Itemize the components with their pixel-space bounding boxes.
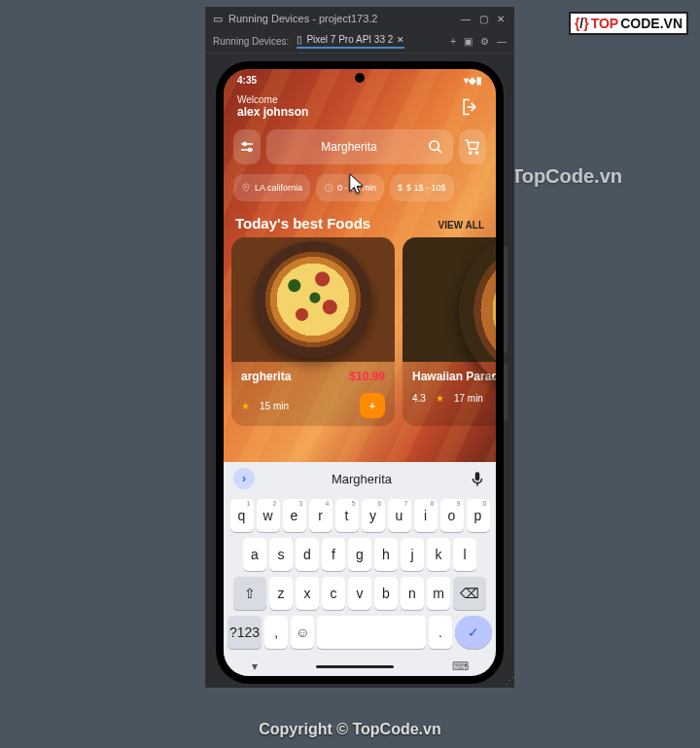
search-icon[interactable]	[428, 139, 443, 155]
key-l[interactable]: l	[453, 538, 476, 571]
key-g[interactable]: g	[348, 538, 371, 571]
logout-icon	[460, 97, 479, 117]
window-icon[interactable]: ▣	[464, 36, 472, 47]
status-icons: ▾◆▮	[464, 75, 482, 86]
nav-down-icon[interactable]: ▾	[252, 659, 258, 673]
phone-frame: 4:35 ▾◆▮ Welcome alex johnson	[216, 61, 504, 684]
search-input[interactable]	[276, 140, 422, 154]
key-y[interactable]: y6	[362, 499, 385, 532]
keyboard-toggle-icon[interactable]: ⌨	[452, 659, 469, 673]
key-i[interactable]: i8	[414, 499, 438, 532]
key-v[interactable]: v	[348, 577, 371, 610]
key-e[interactable]: e3	[283, 499, 306, 532]
phone-screen: 4:35 ▾◆▮ Welcome alex johnson	[224, 69, 496, 676]
key-a[interactable]: a	[243, 538, 266, 571]
food-image	[402, 237, 496, 362]
key-h[interactable]: h	[374, 538, 398, 571]
key-j[interactable]: j	[401, 538, 424, 571]
key-space[interactable]	[317, 616, 426, 649]
svg-point-5	[245, 186, 247, 188]
food-name: Hawaiian Paradise	[412, 370, 496, 383]
clock-icon	[324, 183, 333, 193]
status-time: 4:35	[237, 75, 257, 86]
key-c[interactable]: c	[322, 577, 345, 610]
food-rating: 4.3	[412, 393, 426, 404]
cart-icon	[464, 138, 481, 156]
food-name: argherita	[241, 370, 291, 383]
star-icon: ★	[241, 401, 250, 411]
key-r[interactable]: r4	[309, 499, 332, 532]
close-tab-icon[interactable]: ✕	[397, 35, 404, 45]
cart-button[interactable]	[459, 129, 486, 164]
key-x[interactable]: x	[296, 577, 319, 610]
ide-app-icon: ▭	[213, 13, 223, 25]
key-n[interactable]: n	[401, 577, 424, 610]
key-shift[interactable]: ⇧	[233, 577, 266, 610]
key-p[interactable]: p0	[467, 499, 490, 532]
watermark-mid: TopCode.vn	[511, 165, 622, 188]
search-box[interactable]	[266, 129, 453, 164]
svg-point-4	[475, 152, 477, 154]
key-backspace[interactable]: ⌫	[453, 577, 486, 610]
key-k[interactable]: k	[427, 538, 450, 571]
sliders-icon	[238, 138, 256, 156]
chip-price[interactable]: $ $ 1$ - 10$	[390, 174, 454, 201]
ide-device-tab[interactable]: ▯ Pixel 7 Pro API 33 2 ✕	[297, 34, 404, 49]
minimize-icon[interactable]: —	[460, 13, 472, 24]
ide-tabbar: Running Devices: ▯ Pixel 7 Pro API 33 2 …	[205, 30, 514, 53]
key-u[interactable]: u7	[388, 499, 411, 532]
key-symbols[interactable]: ?123	[228, 616, 262, 649]
key-w[interactable]: w2	[257, 499, 280, 532]
dollar-icon: $	[398, 183, 402, 193]
add-tab-icon[interactable]: +	[450, 36, 456, 47]
watermark-text: TOP	[591, 16, 619, 31]
volume-button[interactable]	[504, 246, 508, 353]
keyboard: › Margherita q1w2e3r4t5y6u7i8o9p0 asdfgh…	[224, 462, 496, 676]
key-enter[interactable]: ✓	[455, 616, 492, 649]
key-q[interactable]: q1	[230, 499, 254, 532]
username-label: alex johnson	[237, 105, 308, 119]
minimize-panel-icon[interactable]: —	[497, 36, 507, 47]
ide-window: ▭ Running Devices - project173.2 — ▢ ✕ R…	[204, 6, 515, 689]
chip-time[interactable]: 0 - 10 min	[316, 174, 384, 201]
expand-suggestions-button[interactable]: ›	[233, 468, 255, 489]
resize-handle[interactable]: ⋰	[505, 675, 512, 686]
android-navbar: ▾ ⌨	[224, 657, 496, 676]
food-card[interactable]: argherita $10.99 ★ 15 min +	[231, 237, 395, 426]
logout-button[interactable]	[457, 94, 482, 120]
suggestion-text[interactable]: Margherita	[262, 472, 461, 486]
power-button[interactable]	[504, 363, 508, 421]
food-card[interactable]: Hawaiian Paradise 4.3 ★ 17 min	[402, 237, 496, 426]
key-o[interactable]: o9	[440, 499, 464, 532]
ide-tabs-label: Running Devices:	[213, 36, 289, 47]
food-price: $10.99	[349, 370, 385, 383]
welcome-label: Welcome	[237, 94, 308, 105]
key-b[interactable]: b	[374, 577, 398, 610]
key-comma[interactable]: ,	[264, 616, 288, 649]
gear-icon[interactable]: ⚙	[480, 36, 489, 47]
chip-location[interactable]: LA california	[233, 174, 310, 201]
close-icon[interactable]: ✕	[495, 13, 507, 24]
key-period[interactable]: .	[429, 616, 452, 649]
key-s[interactable]: s	[269, 538, 293, 571]
nav-pill[interactable]	[316, 665, 394, 668]
view-all-link[interactable]: VIEW ALL	[438, 220, 484, 231]
key-m[interactable]: m	[427, 577, 450, 610]
svg-point-3	[470, 152, 472, 154]
key-t[interactable]: t5	[335, 499, 359, 532]
food-time: 15 min	[260, 401, 289, 411]
key-f[interactable]: f	[322, 538, 345, 571]
mic-icon[interactable]	[469, 470, 486, 487]
key-d[interactable]: d	[296, 538, 319, 571]
key-z[interactable]: z	[269, 577, 293, 610]
device-icon: ▯	[297, 34, 302, 45]
add-button[interactable]: +	[360, 393, 385, 418]
maximize-icon[interactable]: ▢	[477, 13, 489, 24]
filter-button[interactable]	[233, 129, 261, 164]
ide-title-text: Running Devices - project173.2	[228, 13, 377, 24]
pin-icon	[241, 183, 251, 193]
star-icon: ★	[436, 393, 444, 404]
key-emoji[interactable]: ☺	[291, 616, 314, 649]
ide-titlebar[interactable]: ▭ Running Devices - project173.2 — ▢ ✕	[205, 7, 514, 30]
food-image	[231, 237, 395, 362]
